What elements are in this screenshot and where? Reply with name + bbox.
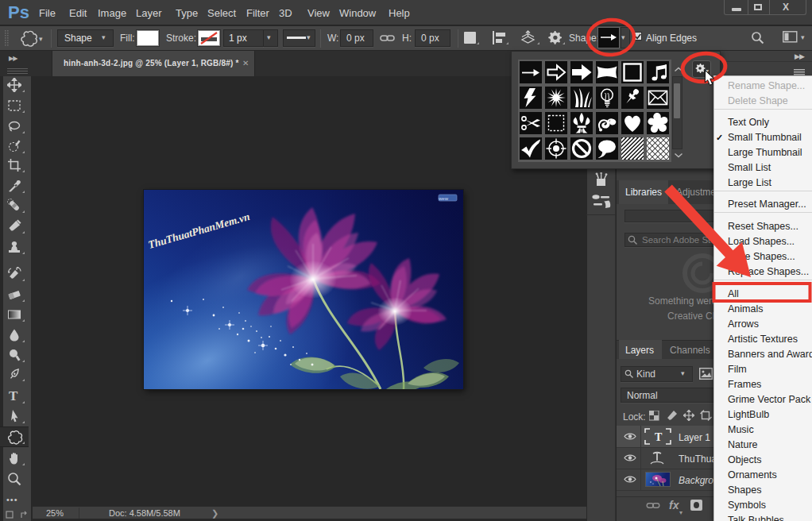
svg-text:wew: wew (438, 196, 449, 201)
svg-text:T: T (655, 431, 663, 443)
